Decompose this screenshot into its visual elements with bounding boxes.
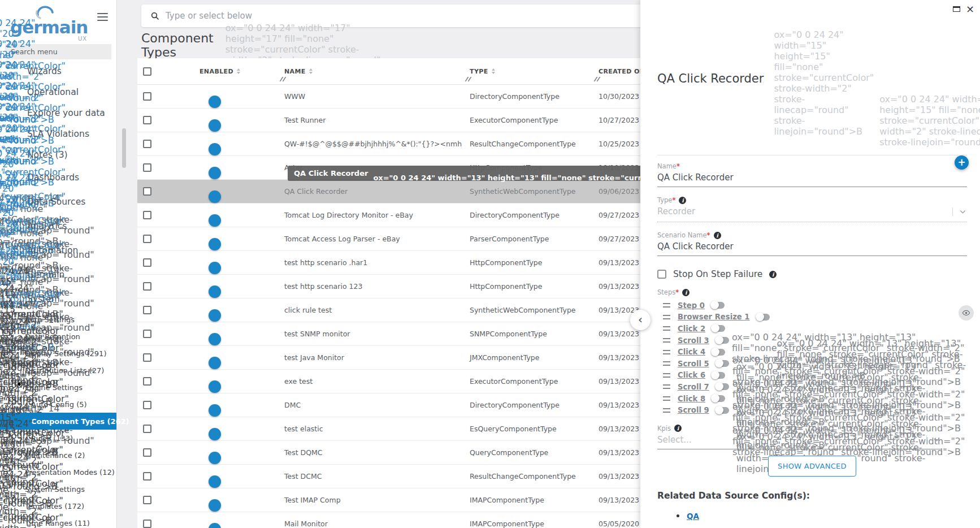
step-link-step-0[interactable]: Step 0 <box>678 301 705 310</box>
step-link-scroll-9[interactable]: Scroll 9 <box>678 406 709 414</box>
row-checkbox[interactable] <box>143 496 151 504</box>
row-checkbox[interactable] <box>143 282 151 291</box>
component-name: click rule test <box>276 306 462 314</box>
row-checkbox[interactable] <box>143 258 151 267</box>
row-checkbox[interactable] <box>143 306 151 314</box>
drag-handle-icon[interactable] <box>663 326 670 331</box>
row-checkbox[interactable] <box>143 425 151 433</box>
collapse-panel-button[interactable]: ‹ <box>630 310 651 330</box>
component-name: Tomcat Access Log Parser - eBay <box>276 235 462 243</box>
step-toggle[interactable] <box>757 314 770 321</box>
name-input[interactable]: QA Click Recorder <box>657 172 967 187</box>
show-advanced-button[interactable]: SHOW ADVANCED <box>768 456 856 477</box>
info-icon <box>674 425 682 432</box>
column-header-type[interactable]: TYPE <box>462 58 591 84</box>
component-type: SyntheticWebComponentType <box>462 187 591 196</box>
drag-handle-icon[interactable] <box>663 315 670 319</box>
sort-icon[interactable] <box>237 68 240 74</box>
component-name: exe test <box>276 377 462 386</box>
component-name: test http scenario .har1 <box>276 258 462 267</box>
step-toggle[interactable] <box>713 325 725 332</box>
sidebar: germain UX ox="0 0 24 24" width="20" hei… <box>0 0 116 528</box>
steps-label: Steps <box>657 288 679 296</box>
step-link-click-6[interactable]: Click 6 <box>678 371 705 379</box>
component-name: test Java Monitor <box>276 353 462 362</box>
column-resize-handle[interactable] <box>279 77 286 81</box>
drag-handle-icon[interactable] <box>663 384 670 389</box>
select-all-checkbox[interactable] <box>143 67 151 76</box>
panel-title: QA Click Recorder <box>657 72 764 85</box>
row-checkbox[interactable] <box>143 472 151 481</box>
drag-handle-icon[interactable] <box>663 361 670 366</box>
row-checkbox[interactable] <box>143 211 151 219</box>
column-header-enabled[interactable]: ENABLED <box>163 58 276 84</box>
drag-handle-icon[interactable] <box>663 396 670 401</box>
sidebar-item-time-ranges-11[interactable]: ox="0 0 24 24" width="15" height="15" fi… <box>0 514 116 528</box>
row-checkbox[interactable] <box>143 330 151 338</box>
step-toggle[interactable] <box>713 395 725 402</box>
row-checkbox[interactable] <box>143 235 151 243</box>
row-checkbox[interactable] <box>143 163 151 172</box>
close-icon[interactable]: × <box>966 4 974 14</box>
drag-handle-icon[interactable] <box>663 373 670 378</box>
row-checkbox[interactable] <box>143 353 151 362</box>
component-type: QueryComponentType <box>462 448 591 457</box>
component-name: test http scenario 123 <box>276 282 462 291</box>
delete-step-icon[interactable]: ox="0 0 24 24" width="13" height="13" fi… <box>736 347 967 474</box>
row-checkbox[interactable] <box>143 448 151 457</box>
drag-handle-icon[interactable] <box>663 303 670 308</box>
type-select[interactable]: Recorder <box>657 206 967 222</box>
step-link-scroll-5[interactable]: Scroll 5 <box>678 360 709 368</box>
drag-handle-icon[interactable] <box>663 338 670 343</box>
maximize-icon[interactable] <box>953 6 960 12</box>
chevron-down-icon <box>959 207 967 216</box>
save-icon[interactable]: ox="0 0 24 24" width="15" height="15" fi… <box>774 20 874 137</box>
row-checkbox[interactable] <box>143 401 151 409</box>
step-link-click-8[interactable]: Click 8 <box>678 395 705 403</box>
row-checkbox[interactable] <box>143 377 151 386</box>
column-header-name[interactable]: NAME <box>276 58 462 84</box>
sidebar-nav: ox="0 0 24 24" width="20" height="20" fi… <box>0 60 116 528</box>
add-step-button[interactable]: + <box>955 155 969 170</box>
sort-icon[interactable] <box>492 68 495 74</box>
step-link-click-2[interactable]: Click 2 <box>678 324 705 333</box>
sidebar-scrollbar-thumb[interactable] <box>122 128 126 168</box>
step-toggle[interactable] <box>717 383 729 390</box>
sort-icon[interactable] <box>309 68 313 74</box>
scenario-name-label: Scenario Name <box>657 231 710 239</box>
related-list-item: QA <box>677 512 967 521</box>
info-icon <box>714 232 721 239</box>
step-toggle[interactable] <box>712 302 725 309</box>
stop-on-step-failure-checkbox[interactable] <box>657 270 666 279</box>
clock-icon: ox="0 0 24 24" width="15" height="15" fi… <box>8 469 18 528</box>
step-link-click-4[interactable]: Click 4 <box>678 348 705 356</box>
drag-handle-icon[interactable] <box>663 408 670 413</box>
column-resize-handle[interactable] <box>465 77 471 81</box>
step-link-scroll-7[interactable]: Scroll 7 <box>678 383 709 391</box>
component-type: EsQueryComponentType <box>462 425 591 433</box>
search-icon <box>150 11 159 20</box>
step-toggle[interactable] <box>713 349 725 356</box>
step-toggle[interactable] <box>717 407 729 414</box>
row-checkbox[interactable] <box>143 116 151 124</box>
drag-handle-icon[interactable] <box>663 350 670 354</box>
step-toggle[interactable] <box>717 360 729 367</box>
row-checkbox[interactable] <box>143 92 151 101</box>
component-name: Tomcat Log Directory Monitor - eBay <box>276 211 462 219</box>
kpis-label: Kpis <box>657 425 671 432</box>
related-link-qa[interactable]: QA <box>687 512 699 521</box>
step-link-scroll-3[interactable]: Scroll 3 <box>678 336 709 345</box>
row-checkbox[interactable] <box>143 187 151 196</box>
row-checkbox[interactable] <box>143 140 151 148</box>
preview-eye-button[interactable] <box>959 305 974 321</box>
row-checkbox[interactable] <box>143 520 151 528</box>
window-controls: × <box>953 4 974 14</box>
disable-ban-icon[interactable]: ox="0 0 24 24" width="15" height="15" fi… <box>879 9 980 148</box>
column-resize-handle[interactable] <box>593 77 600 81</box>
step-toggle[interactable] <box>713 372 725 379</box>
component-type: SyntheticWebComponentType <box>462 306 591 314</box>
tooltip-text: QA Click Recorder <box>294 169 368 178</box>
page-title: Component Types <box>141 31 214 59</box>
menu-hamburger-icon[interactable] <box>97 13 108 23</box>
step-toggle[interactable] <box>717 337 729 344</box>
